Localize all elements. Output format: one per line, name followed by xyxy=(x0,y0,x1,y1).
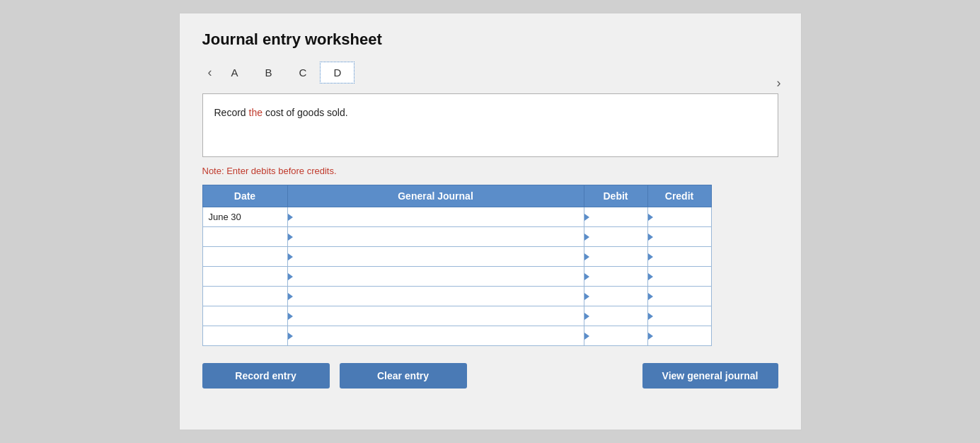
col-header-credit: Credit xyxy=(647,185,711,207)
cell-date-3 xyxy=(202,267,287,287)
input-debit-0[interactable] xyxy=(584,207,647,226)
cell-credit-5[interactable] xyxy=(647,306,711,326)
worksheet-container: Journal entry worksheet ‹ A B C D › Reco… xyxy=(179,13,802,430)
cell-journal-6[interactable] xyxy=(287,326,584,346)
cell-debit-4[interactable] xyxy=(584,287,647,306)
input-journal-2[interactable] xyxy=(288,247,584,266)
cell-journal-0[interactable] xyxy=(287,207,584,227)
page-title: Journal entry worksheet xyxy=(202,30,778,49)
cell-debit-3[interactable] xyxy=(584,267,647,287)
tab-C[interactable]: C xyxy=(286,62,321,84)
journal-table: Date General Journal Debit Credit June 3… xyxy=(202,185,712,346)
input-credit-2[interactable] xyxy=(648,247,711,266)
cell-journal-3[interactable] xyxy=(287,267,584,287)
clear-entry-button[interactable]: Clear entry xyxy=(340,363,467,389)
cell-debit-5[interactable] xyxy=(584,306,647,326)
table-row: June 30 xyxy=(202,207,711,227)
input-debit-2[interactable] xyxy=(584,247,647,266)
input-credit-3[interactable] xyxy=(648,267,711,286)
cell-date-6 xyxy=(202,326,287,346)
view-general-journal-button[interactable]: View general journal xyxy=(642,363,778,389)
input-credit-1[interactable] xyxy=(648,227,711,246)
cell-date-2 xyxy=(202,247,287,267)
cell-debit-0[interactable] xyxy=(584,207,647,227)
cell-journal-5[interactable] xyxy=(287,306,584,326)
input-credit-0[interactable] xyxy=(648,207,711,226)
cell-credit-0[interactable] xyxy=(647,207,711,227)
col-header-date: Date xyxy=(202,185,287,207)
buttons-row: Record entry Clear entry View general jo… xyxy=(202,363,778,389)
input-credit-6[interactable] xyxy=(648,326,711,345)
next-arrow[interactable]: › xyxy=(777,76,781,91)
input-journal-6[interactable] xyxy=(288,326,584,345)
input-journal-4[interactable] xyxy=(288,287,584,306)
instruction-text-before: Record xyxy=(214,107,249,118)
input-debit-6[interactable] xyxy=(584,326,647,345)
input-debit-5[interactable] xyxy=(584,306,647,326)
cell-debit-6[interactable] xyxy=(584,326,647,346)
input-journal-0[interactable] xyxy=(288,207,584,226)
tab-D[interactable]: D xyxy=(320,62,354,84)
cell-credit-4[interactable] xyxy=(647,287,711,306)
table-row xyxy=(202,287,711,306)
cell-journal-2[interactable] xyxy=(287,247,584,267)
cell-credit-6[interactable] xyxy=(647,326,711,346)
cell-debit-1[interactable] xyxy=(584,227,647,247)
col-header-debit: Debit xyxy=(584,185,647,207)
cell-date-4 xyxy=(202,287,287,306)
cell-credit-3[interactable] xyxy=(647,267,711,287)
cell-debit-2[interactable] xyxy=(584,247,647,267)
cell-journal-4[interactable] xyxy=(287,287,584,306)
input-journal-1[interactable] xyxy=(288,227,584,246)
input-debit-3[interactable] xyxy=(584,267,647,286)
tabs-row: ‹ A B C D xyxy=(202,62,778,84)
record-entry-button[interactable]: Record entry xyxy=(202,363,330,389)
cell-credit-1[interactable] xyxy=(647,227,711,247)
cell-journal-1[interactable] xyxy=(287,227,584,247)
input-debit-1[interactable] xyxy=(584,227,647,246)
instruction-highlight: the xyxy=(249,107,263,118)
prev-arrow[interactable]: ‹ xyxy=(202,62,218,83)
table-row xyxy=(202,326,711,346)
input-credit-5[interactable] xyxy=(648,306,711,326)
cell-date-1 xyxy=(202,227,287,247)
cell-date-0: June 30 xyxy=(202,207,287,227)
tab-B[interactable]: B xyxy=(252,62,286,84)
input-journal-3[interactable] xyxy=(288,267,584,286)
cell-date-5 xyxy=(202,306,287,326)
input-credit-4[interactable] xyxy=(648,287,711,306)
input-journal-5[interactable] xyxy=(288,306,584,326)
tab-A[interactable]: A xyxy=(218,62,252,84)
instruction-box: Record the cost of goods sold. xyxy=(202,93,778,157)
table-row xyxy=(202,306,711,326)
table-row xyxy=(202,227,711,247)
col-header-journal: General Journal xyxy=(287,185,584,207)
table-row xyxy=(202,267,711,287)
input-debit-4[interactable] xyxy=(584,287,647,306)
table-row xyxy=(202,247,711,267)
note-text: Note: Enter debits before credits. xyxy=(202,166,778,176)
cell-credit-2[interactable] xyxy=(647,247,711,267)
instruction-text-after: cost of goods sold. xyxy=(263,107,348,118)
